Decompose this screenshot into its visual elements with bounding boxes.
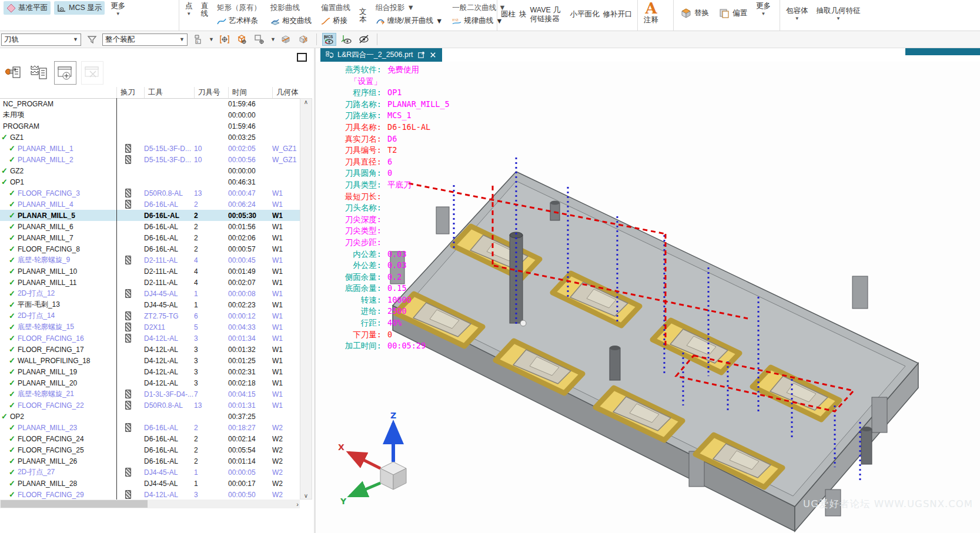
point-button[interactable]: 点▼ [183,1,195,19]
scrollbar-thumb[interactable] [1,500,148,508]
show-csys-button[interactable] [340,33,354,46]
operation-row[interactable]: ✓ 未用项 00:00:00 [0,109,300,120]
operation-row[interactable]: ✓ WALL_PROFILING_18 D4-12L-AL 3 00:01:25… [0,355,300,366]
wave-linker-button[interactable]: WAVE 几何链接器 [530,1,567,24]
extract-geometry-button[interactable]: 抽取几何特征▼ [814,6,863,24]
chevron-down-icon[interactable]: ▼ [270,36,276,42]
combined-projection-button[interactable]: 组合投影 ▼ [373,1,446,14]
operation-row[interactable]: ✓ PLANAR_MILL_10 D2-11L-AL 4 00:01:49 W1 [0,266,300,277]
scroll-right-icon[interactable]: › [296,501,299,508]
project-curve-button[interactable]: 投影曲线 [267,1,315,14]
operation-row[interactable]: ✓ PROGRAM 01:59:46 [0,120,300,132]
datum-plane-button[interactable]: 基准平面 [4,1,51,15]
offset-region-button[interactable]: 偏置 [715,6,750,20]
operation-name-cell[interactable]: ✓ PLANAR_MILL_4 [0,200,116,209]
path-display-filter-combo[interactable]: 刀轨▼ [1,33,81,46]
operation-name-cell[interactable]: ✓ PLANAR_MILL_2 [0,155,116,164]
operation-row[interactable]: ✓ PLANAR_MILL_23 D6-16L-AL 2 00:18:27 W2 [0,422,300,433]
snap-point-button[interactable]: 9 [191,33,205,46]
operation-name-cell[interactable]: ✓ OP1 [0,177,116,186]
operation-row[interactable]: ✓ 底壁-轮廓螺旋_21 D1-3L-3F-D4-... 7 00:04:15 … [0,388,300,400]
operation-row[interactable]: ✓ FLOOR_FACING_3 D50R0.8-AL 13 00:00:47 … [0,187,300,199]
navigator-window-button[interactable] [297,53,307,62]
bounding-body-button[interactable]: 包容体▼ [784,6,811,24]
operation-name-cell[interactable]: ✓ WALL_PROFILING_18 [0,356,116,365]
operation-name-cell[interactable]: ✓ PLANAR_MILL_7 [0,233,116,242]
operation-name-cell[interactable]: ✓ PLANAR_MILL_10 [0,267,116,276]
operation-row[interactable]: ✓ FLOOR_FACING_17 D4-12L-AL 3 00:01:32 W… [0,344,300,355]
operation-row[interactable]: ✓ 底壁-轮廓螺旋_9 D2-11L-AL 4 00:00:45 W1 [0,254,300,266]
operation-name-cell[interactable]: ✓ FLOOR_FACING_29 [0,490,116,499]
operation-name-cell[interactable]: ✓ GZ2 [0,166,116,175]
operation-name-cell[interactable]: ✓ 未用项 [0,110,116,120]
operation-name-cell[interactable]: ✓ OP2 [0,412,116,421]
operation-row[interactable]: ✓ 底壁-轮廓螺旋_15 D2X11 5 00:04:33 W1 [0,321,300,333]
operation-name-cell[interactable]: ✓ PLANAR_MILL_26 [0,457,116,465]
line-button[interactable]: 直线 [199,1,211,19]
operation-row[interactable]: ✓ FLOOR_FACING_29 D4-12L-AL 3 00:00:50 W… [0,489,300,500]
operation-name-cell[interactable]: ✓ PLANAR_MILL_20 [0,378,116,387]
intersect-curve-button[interactable]: 相交曲线 [267,14,315,28]
toolchange-column-header[interactable]: 换刀 [116,87,144,98]
operation-name-cell[interactable]: ✓ FLOOR_FACING_24 [0,434,116,443]
offset-curve-button[interactable]: 偏置曲线 [318,1,353,14]
tool-column-header[interactable]: 工具 [144,87,194,98]
operation-name-cell[interactable]: ✓ FLOOR_FACING_17 [0,345,116,354]
operation-name-cell[interactable]: ✓ 底壁-轮廓螺旋_15 [0,322,116,332]
operation-name-cell[interactable]: ✓ PLANAR_MILL_5 [0,211,116,220]
operation-row[interactable]: ✓ PLANAR_MILL_1 D5-15L-3F-D... 10 00:02:… [0,143,300,154]
operation-name-cell[interactable]: ✓ PLANAR_MILL_11 [0,278,116,287]
operation-row[interactable]: ✓ FLOOR_FACING_24 D6-16L-AL 2 00:02:14 W… [0,433,300,444]
filter-reset-button[interactable] [85,33,99,46]
vertical-scrollbar[interactable]: ∧∨ [300,98,312,500]
operation-name-cell[interactable]: ✓ PLANAR_MILL_23 [0,423,116,432]
operation-row[interactable]: ✓ FLOOR_FACING_25 D6-16L-AL 2 00:05:54 W… [0,444,300,455]
show-mcs-button[interactable]: MCS [322,33,336,46]
time-column-header[interactable]: 时间 [228,87,272,98]
operation-name-cell[interactable]: ✓ 2D-打点_12 [0,289,116,299]
operation-name-cell[interactable]: ✓ 平面-毛刺_13 [0,300,116,310]
toolnumber-column-header[interactable]: 刀具号 [194,87,228,98]
operation-row[interactable]: ✓ PLANAR_MILL_5 D6-16L-AL 2 00:05:30 W1 [0,210,300,221]
horizontal-scrollbar[interactable]: › [0,500,300,508]
wireframe-view-button[interactable] [297,33,311,46]
coordinate-triad[interactable]: Z X Y [333,401,439,507]
operation-row[interactable]: ✓ 2D-打点_27 DJ4-45-AL 1 00:00:05 W2 [0,467,300,478]
sync-more-button[interactable]: 更多▼ [754,1,773,19]
operation-row[interactable]: ✓ PLANAR_MILL_19 D4-12L-AL 3 00:02:31 W1 [0,366,300,377]
operation-name-cell[interactable]: ✓ GZ1 [0,133,116,142]
enable-snap-button[interactable] [218,33,232,46]
operation-name-cell[interactable]: ✓ PLANAR_MILL_19 [0,367,116,376]
block-button[interactable]: 块 [519,1,527,19]
operation-row[interactable]: ✓ OP1 00:46:31 [0,176,300,187]
operation-row[interactable]: ✓ PLANAR_MILL_7 D6-16L-AL 2 00:02:06 W1 [0,232,300,243]
mcs-display-button[interactable]: MCS 显示 [54,1,105,15]
create-tool-button[interactable] [2,61,24,83]
close-dialog-button[interactable] [81,61,103,85]
scroll-down-icon[interactable]: ∨ [304,492,308,499]
selection-scope-combo[interactable]: 整个装配▼ [102,33,188,46]
wcs-more-button[interactable]: 更多▼ [108,1,128,19]
operation-row[interactable]: ✓ OP2 00:37:25 [0,411,300,422]
cylinder-button[interactable]: 圆柱 [501,1,516,19]
chevron-down-icon[interactable]: ▼ [209,36,214,42]
operation-row[interactable]: ✓ FLOOR_FACING_16 D4-12L-AL 3 00:01:34 W… [0,333,300,344]
operation-row[interactable]: ✓ PLANAR_MILL_4 D6-16L-AL 2 00:06:24 W1 [0,199,300,210]
wcs-dynamics-button[interactable] [235,33,249,46]
operation-name-cell[interactable]: ✓ 2D-打点_14 [0,311,116,321]
studio-spline-button[interactable]: 艺术样条 [214,14,264,28]
text-button[interactable]: 文本 [357,7,369,25]
rect-legacy-button[interactable]: 矩形（原有） [214,1,264,14]
operation-name-cell[interactable]: ✓ FLOOR_FACING_3 [0,189,116,197]
operation-name-cell[interactable]: ✓ NC_PROGRAM [0,100,116,108]
operation-name-cell[interactable]: ✓ 2D-打点_27 [0,467,116,477]
operation-row[interactable]: ✓ NC_PROGRAM 01:59:46 [0,98,300,109]
replace-face-button[interactable]: 替换 [677,6,712,20]
operation-row[interactable]: ✓ FLOOR_FACING_22 D50R0.8-AL 13 00:01:31… [0,400,300,411]
operation-name-cell[interactable]: ✓ 底壁-轮廓螺旋_21 [0,389,116,399]
patch-opening-button[interactable]: 修补开口 [603,1,633,19]
operation-name-cell[interactable]: ✓ PLANAR_MILL_1 [0,144,116,153]
operation-row[interactable]: ✓ GZ1 00:03:25 [0,132,300,143]
operation-row[interactable]: ✓ PLANAR_MILL_20 D4-12L-AL 3 00:02:18 W1 [0,377,300,388]
operation-name-cell[interactable]: ✓ 底壁-轮廓螺旋_9 [0,255,116,265]
